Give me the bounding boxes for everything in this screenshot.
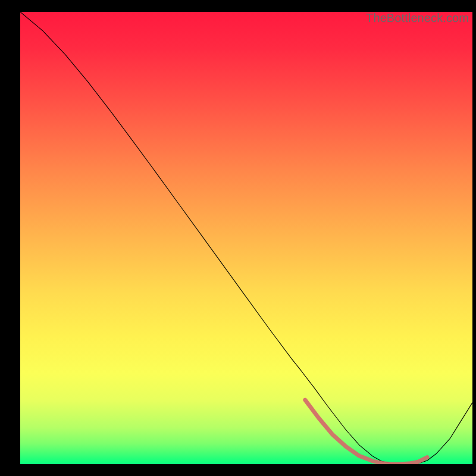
chart-svg (20, 12, 472, 464)
bottleneck-chart: TheBottleneck.com (20, 12, 472, 464)
watermark-text: TheBottleneck.com (366, 11, 469, 25)
gradient-background (20, 12, 472, 464)
